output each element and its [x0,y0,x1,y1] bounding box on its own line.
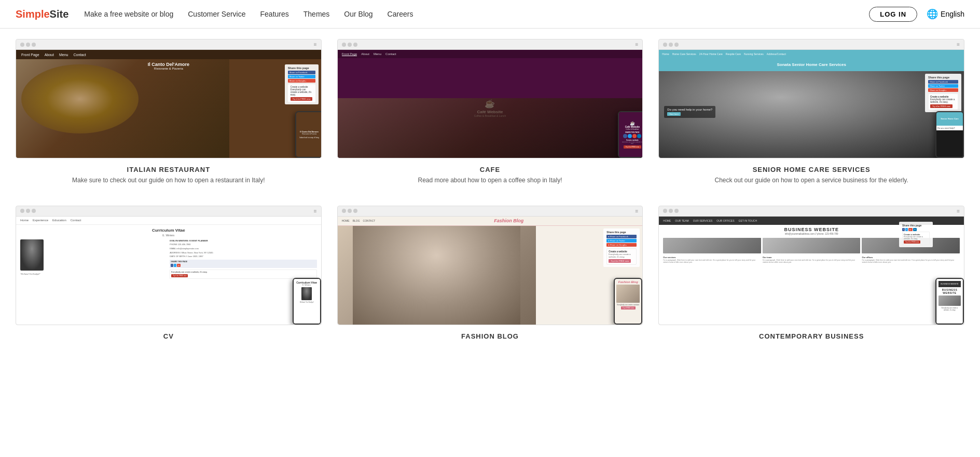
theme-card-fashion[interactable]: ≡ HOME BLOG CONTACT Fashion Blog [337,206,643,343]
theme-card-cv[interactable]: ≡ Home Experience Education Contact Curr… [16,206,322,343]
language-button[interactable]: 🌐 English [927,8,964,20]
business-share-title: Share this page [902,224,930,227]
business-phone-screen: BUSINESS WEBSITE BUSINESS WEBSITE Everyb… [936,279,963,324]
business-phone-text: Everybody can create a website, it's eas… [938,307,961,311]
cv-share-title: SHARE THIS PAGE [171,261,315,263]
cafe-phone-icon: ☕ [630,121,635,126]
senior-create-btn: Try it for FREE now [930,104,953,108]
theme-card-cafe[interactable]: ≡ Front Page About Menu Contact [337,39,643,185]
cv-nav-contact: Contact [71,219,81,222]
cv-quote: "Hi there! I'm Evelyn!" [20,273,167,275]
cv-phone-overlay: Curriculum Vitae E. Winters Hi there! I'… [293,278,321,325]
cafe-nav-menu: Menu [374,52,381,56]
italian-nav-menu: Menu [59,53,68,57]
senior-create-box: Create a website Everybody can create a … [928,93,958,110]
cv-name-row: EVELYN WINTERS // EVENT PLANNER [170,239,316,243]
business-col-2: Our team I'm a paragraph. Click here to … [763,256,861,264]
nav-features[interactable]: Features [260,10,289,18]
italian-title-overlay: Il Canto Del'Amore Ristorante & Pizzeria [148,62,189,70]
cafe-dot-2 [348,43,352,47]
cv-nav-education: Education [52,219,66,222]
business-social-btns: f t g+ in [902,228,930,231]
italian-phone-screen: Il Canto Del'Amore Ristorante & Pizzeria… [296,112,321,157]
italian-phone-overlay: Il Canto Del'Amore Ristorante & Pizzeria… [295,111,321,158]
business-phone-title: BUSINESS WEBSITE [938,288,961,294]
business-nav-team: OUR TEAM [675,219,688,222]
fashion-create-btn: Try it for FREE now [609,259,631,263]
theme-preview-italian[interactable]: ≡ Front Page About Menu Contact [16,39,322,158]
fashion-nav-home: HOME [342,219,350,222]
business-theme-title: CONTEMPORARY BUSINESS [759,332,864,340]
fashion-create-box: Create a website Everybody can create a … [606,248,637,265]
browser-dot-3 [32,43,36,47]
fashion-gp-share: ● Share on Google+ [606,243,637,247]
senior-phone-title: Senior Home Care [941,117,959,120]
italian-gp-share: Share on Google+ [288,79,315,83]
cafe-phone-overlay: ☕ Café Website Coffee & Breakfast SHARE … [618,111,642,158]
fashion-browser-dots [342,209,357,213]
business-browser-bar: ≡ [659,206,964,217]
theme-preview-senior[interactable]: ≡ Home Home Care Services 24-Hour Home C… [658,39,964,158]
business-nav-services: OUR SERVICES [693,219,713,222]
cafe-phone-screen: ☕ Café Website Coffee & Breakfast SHARE … [619,112,642,157]
cv-dot-3 [32,209,36,213]
nav-themes[interactable]: Themes [303,10,330,18]
cafe-fb-btn [623,134,627,138]
italian-phone-subtitle: Ristorante & Pizzeria [302,133,316,135]
cafe-dot-3 [353,43,357,47]
business-col-title-2: Our team [763,256,861,259]
fashion-nav-logo: Fashion Blog [379,218,638,223]
theme-preview-cv[interactable]: ≡ Home Experience Education Contact Curr… [16,206,322,325]
business-browser-content: HOME OUR TEAM OUR SERVICES OUR OFFICES G… [659,217,964,325]
cv-fb-btn: f [171,264,173,267]
business-img-2 [763,238,861,253]
business-browser-dots [663,209,679,213]
senior-theme-title: SENIOR HOME CARE SERVICES [753,166,871,173]
site-logo[interactable]: SimpleSite [16,8,68,20]
italian-site-subtitle: Ristorante & Pizzeria [148,67,189,70]
senior-share-box: Share this page Share on Facebook Share … [925,74,961,112]
theme-preview-cafe[interactable]: ≡ Front Page About Menu Contact [337,39,643,158]
business-col-text-1: I'm a paragraph. Click here to add your … [663,259,761,264]
fashion-dot-2 [348,209,352,213]
nav-customer-service[interactable]: Customer Service [188,10,245,18]
fashion-phone-title: Fashion Blog [618,280,638,284]
italian-phone-tagline: Italian food is a way of living [299,137,319,139]
senior-site-title: Sonata Senior Home Care Services [663,62,960,67]
cafe-social-buttons [623,134,641,138]
italian-hero: Il Canto Del'Amore Ristorante & Pizzeria… [16,59,321,158]
business-text-columns: Our services I'm a paragraph. Click here… [663,256,960,264]
cv-photo [20,239,44,271]
cafe-nav-about: About [361,52,369,56]
fashion-share-box: Share this page ● Share on Facebook ● Sh… [603,228,640,267]
senior-phone-header: Senior Home Care [936,112,963,126]
cv-browser-bar: ≡ [16,206,321,217]
business-share-box: Share this page f t g+ in Create a websi… [899,222,933,247]
senior-nav-respite: Respite Care [726,52,741,56]
business-nav-touch: GET IN TOUCH [739,219,757,222]
theme-card-senior[interactable]: ≡ Home Home Care Services 24-Hour Home C… [658,39,964,185]
theme-card-business[interactable]: ≡ HOME OUR TEAM OUR SERVICES OUR OFFICES… [658,206,964,343]
nav-careers[interactable]: Careers [388,10,413,18]
business-col-title-3: Our offices [862,256,960,259]
nav-make-website[interactable]: Make a free website or blog [84,10,173,18]
fashion-nav-blog: BLOG [353,219,360,222]
cv-share-buttons: f t g+ [171,264,315,267]
theme-preview-business[interactable]: ≡ HOME OUR TEAM OUR SERVICES OUR OFFICES… [658,206,964,325]
cv-dot-1 [20,209,24,213]
italian-share-title: Share this page [288,66,315,70]
cv-address-row: ADDRESS // Main Street, New York, NY 123… [170,251,316,254]
browser-dots [20,43,36,47]
fashion-dot-3 [353,209,357,213]
fashion-create-text: Everybody can create a website, it's eas… [609,253,634,258]
fashion-phone-screen: Fashion Blog Everybody can create a webs… [615,279,641,324]
theme-card-italian[interactable]: ≡ Front Page About Menu Contact [16,39,322,185]
theme-preview-fashion[interactable]: ≡ HOME BLOG CONTACT Fashion Blog [337,206,643,325]
nav-blog[interactable]: Our Blog [344,10,372,18]
login-button[interactable]: LOG IN [869,7,917,22]
fashion-nav: HOME BLOG CONTACT Fashion Blog [338,217,643,226]
cv-menu-icon: ≡ [314,208,317,214]
cafe-dot-1 [342,43,346,47]
business-dot-2 [669,209,673,213]
cv-body: Curriculum Vitae E. Winters "Hi there! I… [16,225,321,325]
